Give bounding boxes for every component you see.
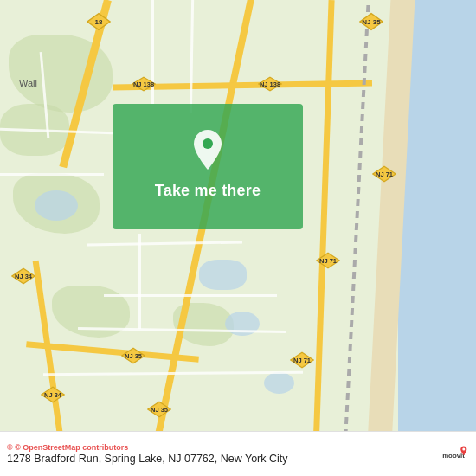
local-road-2 xyxy=(0,173,104,176)
route-badge-18: 18 xyxy=(87,12,111,31)
bottom-bar: © © OpenStreetMap contributors 1278 Brad… xyxy=(0,431,476,476)
water-body-2 xyxy=(199,260,247,290)
map-container: 18 NJ 35 NJ 138 NJ 138 NJ 71 NJ 71 NJ 71… xyxy=(0,0,476,476)
route-badge-138-right: NJ 138 xyxy=(258,74,282,93)
svg-point-13 xyxy=(462,447,465,450)
location-highlight: Take me there xyxy=(113,104,303,229)
route-badge-71-upper: NJ 71 xyxy=(372,164,396,183)
local-road-4 xyxy=(104,294,277,297)
route-badge-35-lower: NJ 35 xyxy=(121,346,145,365)
bottom-left-info: © © OpenStreetMap contributors 1278 Brad… xyxy=(7,443,288,465)
route-badge-71-lower: NJ 71 xyxy=(290,351,314,370)
svg-text:moovit: moovit xyxy=(442,451,465,459)
water-body-1 xyxy=(35,190,78,221)
take-me-there-button[interactable]: Take me there xyxy=(148,178,267,203)
wall-label: Wall xyxy=(19,78,37,88)
route-badge-34-bottom: NJ 34 xyxy=(41,385,65,404)
osm-text: © OpenStreetMap contributors xyxy=(15,443,128,452)
route-badge-35-bottom: NJ 35 xyxy=(147,400,171,419)
moovit-logo: moovit xyxy=(441,441,467,467)
location-pin-icon xyxy=(191,130,224,170)
svg-point-11 xyxy=(203,138,213,149)
moovit-icon: moovit xyxy=(441,441,467,467)
address-text: 1278 Bradford Run, Spring Lake, NJ 07762… xyxy=(7,453,288,465)
route-badge-35-top: NJ 35 xyxy=(359,12,383,31)
route-badge-34-mid: NJ 34 xyxy=(11,267,35,286)
water-body-4 xyxy=(264,372,294,394)
osm-credit: © © OpenStreetMap contributors xyxy=(7,443,288,452)
route-badge-138-left: NJ 138 xyxy=(132,74,156,93)
local-road-8 xyxy=(138,234,141,329)
osm-symbol: © xyxy=(7,443,13,452)
route-badge-71-mid: NJ 71 xyxy=(316,251,340,270)
